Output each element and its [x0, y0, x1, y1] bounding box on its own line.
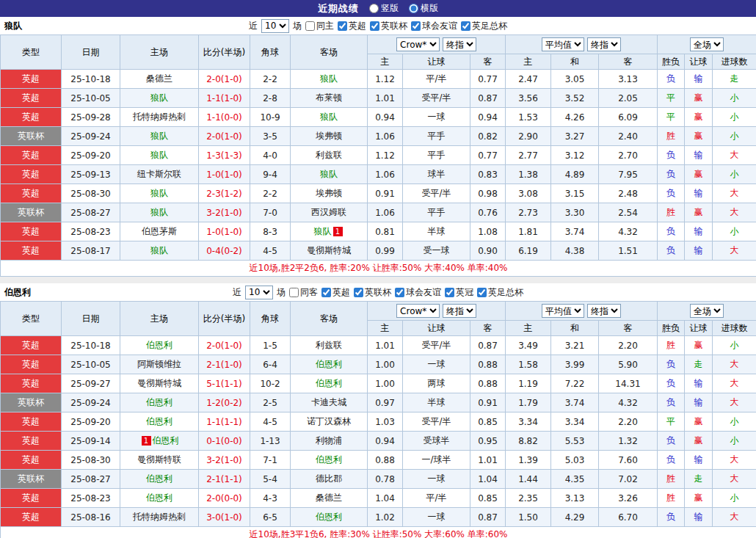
- league-checkbox[interactable]: [338, 21, 347, 31]
- match-count-select[interactable]: 10: [245, 286, 273, 299]
- team-link[interactable]: 狼队: [150, 131, 168, 141]
- layout-vertical-radio[interactable]: [369, 4, 379, 13]
- team-link[interactable]: 狼队: [150, 188, 168, 198]
- col-header-corner: 角球: [250, 35, 291, 70]
- team-link[interactable]: 利物浦: [316, 435, 342, 446]
- team-link[interactable]: 伯恩利: [146, 340, 172, 350]
- goals-result-cell: 大: [713, 451, 756, 470]
- layout-horizontal-radio[interactable]: [409, 4, 418, 13]
- page-title: 近期战绩: [318, 2, 359, 15]
- league-filter-option[interactable]: 英联杯: [354, 286, 391, 299]
- handicap-stage-select[interactable]: 终指: [443, 37, 476, 51]
- league-checkbox[interactable]: [370, 21, 379, 31]
- league-filter-option[interactable]: 英冠: [445, 286, 473, 299]
- league-filter-option[interactable]: 英联杯: [370, 20, 407, 32]
- team-link[interactable]: 伯恩利: [146, 416, 172, 426]
- handicap-away-odds-cell: 0.85: [470, 489, 506, 508]
- team-link[interactable]: 狼队: [320, 169, 338, 179]
- team-link[interactable]: 伯恩利: [146, 473, 172, 484]
- avg-company-select[interactable]: 平均值: [542, 304, 584, 318]
- team-link[interactable]: 狼队: [150, 207, 168, 217]
- team-link[interactable]: 德比郡: [316, 473, 342, 484]
- league-filter-option[interactable]: 球会友谊: [411, 20, 457, 32]
- league-filter-option[interactable]: 英超: [321, 286, 350, 299]
- layout-vertical-option[interactable]: 竖版: [369, 2, 399, 15]
- team-link[interactable]: 狼队: [320, 112, 338, 122]
- team-link[interactable]: 托特纳姆热刺: [133, 512, 186, 522]
- result-group-header: 全场: [658, 35, 756, 54]
- avg-stage-select[interactable]: 终指: [587, 37, 621, 51]
- team-link[interactable]: 曼彻斯特城: [307, 245, 351, 255]
- avg-stage-select[interactable]: 终指: [587, 304, 621, 318]
- score-cell: 1-0(1-0): [199, 222, 250, 241]
- team-link[interactable]: 曼彻斯特联: [137, 454, 181, 465]
- team-link[interactable]: 纽卡斯尔联: [137, 169, 181, 179]
- corner-cell: 2-5: [250, 393, 291, 412]
- league-filter-option[interactable]: 球会友谊: [395, 286, 441, 299]
- league-checkbox[interactable]: [321, 288, 331, 297]
- handicap-result-cell: 输: [685, 241, 713, 261]
- same-venue-filter[interactable]: 同主: [305, 20, 334, 32]
- league-checkbox[interactable]: [477, 288, 487, 297]
- team-link[interactable]: 布莱顿: [316, 92, 342, 103]
- team-link[interactable]: 利兹联: [316, 150, 342, 160]
- team-link[interactable]: 伯恩利: [316, 512, 342, 522]
- team-link[interactable]: 伯恩茅斯: [142, 226, 177, 236]
- team-link[interactable]: 曼彻斯特城: [137, 378, 181, 388]
- team-link[interactable]: 桑德兰: [316, 492, 342, 503]
- team-link[interactable]: 阿斯顿维拉: [137, 359, 181, 369]
- team-link[interactable]: 狼队: [320, 73, 338, 84]
- layout-horizontal-option[interactable]: 横版: [409, 2, 438, 15]
- team-link[interactable]: 桑德兰: [146, 73, 172, 84]
- team-link[interactable]: 伯恩利: [316, 359, 342, 369]
- league-checkbox[interactable]: [411, 21, 421, 31]
- team-link[interactable]: 伯恩利: [146, 492, 172, 503]
- team-link[interactable]: 狼队: [150, 150, 168, 160]
- team-link[interactable]: 伯恩利: [153, 435, 179, 446]
- league-checkbox[interactable]: [445, 288, 454, 297]
- same-venue-checkbox[interactable]: [289, 288, 299, 297]
- same-venue-checkbox[interactable]: [305, 21, 315, 31]
- match-count-select[interactable]: 10: [261, 19, 289, 33]
- team-link[interactable]: 伯恩利: [316, 378, 342, 388]
- same-venue-filter[interactable]: 同客: [289, 286, 318, 299]
- scope-select[interactable]: 全场: [690, 304, 724, 318]
- bookmaker-select[interactable]: Crow*: [396, 37, 440, 51]
- handicap-home-odds-cell: 0.99: [368, 241, 403, 261]
- league-filter-option[interactable]: 英足总杯: [461, 20, 507, 32]
- league-filter-option[interactable]: 英超: [338, 20, 366, 32]
- handicap-stage-select[interactable]: 终指: [443, 304, 476, 318]
- avg-draw-odds-cell: 3.52: [551, 89, 599, 108]
- team-link[interactable]: 狼队: [150, 245, 168, 255]
- team-link[interactable]: 狼队: [150, 92, 168, 103]
- team-link[interactable]: 埃弗顿: [316, 188, 342, 198]
- team-link[interactable]: 诺丁汉森林: [307, 416, 351, 426]
- scope-select[interactable]: 全场: [690, 37, 724, 51]
- avg-draw-odds-cell: 3.15: [551, 184, 599, 203]
- subcol-avg-draw: 和: [551, 321, 599, 336]
- league-checkbox[interactable]: [461, 21, 470, 31]
- avg-draw-odds-cell: 3.12: [551, 146, 599, 165]
- avg-home-odds-cell: 1.38: [506, 165, 551, 184]
- corner-cell: 5-4: [250, 470, 291, 489]
- team-link[interactable]: 利兹联: [316, 340, 342, 350]
- goals-result-cell: 大: [713, 374, 756, 393]
- filter-bar: 狼队 近 10 场 同主 英超英联杯球会友谊英足总杯: [0, 17, 756, 34]
- team-link[interactable]: 托特纳姆热刺: [133, 112, 186, 122]
- bookmaker-select[interactable]: Crow*: [396, 304, 440, 318]
- league-type-cell: 英超: [1, 70, 62, 89]
- team-link[interactable]: 西汉姆联: [311, 207, 346, 217]
- avg-company-select[interactable]: 平均值: [542, 37, 584, 51]
- league-checkbox[interactable]: [395, 288, 404, 297]
- team-link[interactable]: 卡迪夫城: [311, 397, 346, 407]
- team-link[interactable]: 伯恩利: [146, 397, 172, 407]
- league-filter-option[interactable]: 英足总杯: [477, 286, 523, 299]
- home-team-cell: 桑德兰: [120, 70, 199, 89]
- team-link[interactable]: 埃弗顿: [316, 131, 342, 141]
- handicap-home-odds-cell: 1.06: [368, 165, 403, 184]
- team-link[interactable]: 伯恩利: [316, 454, 342, 465]
- summary-row: 近10场,胜2平2负6, 胜率:20% 让胜率:50% 大率:40% 单率:40…: [1, 261, 756, 277]
- avg-draw-odds-cell: 5.53: [551, 432, 599, 451]
- team-link[interactable]: 狼队: [314, 226, 332, 236]
- league-checkbox[interactable]: [354, 288, 363, 297]
